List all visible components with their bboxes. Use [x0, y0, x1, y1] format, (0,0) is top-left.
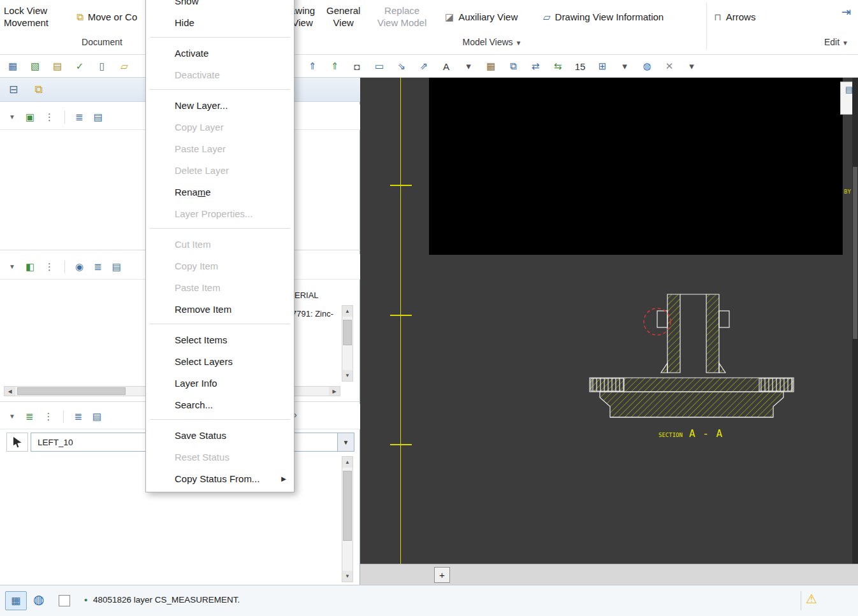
scroll-up-icon[interactable]: ▲ — [342, 306, 353, 317]
display-settings-icon[interactable]: ▦ — [5, 59, 20, 74]
menu-item-label: New Layer... — [175, 100, 228, 111]
scroll-left-icon[interactable]: ◀ — [4, 387, 15, 396]
menu-item-select-layers[interactable]: Select Layers — [146, 350, 294, 372]
in-graphics-toolbar-toggle[interactable]: ▦ — [5, 591, 27, 610]
scrollbar-thumb[interactable] — [343, 320, 352, 345]
swap-dimensions-icon[interactable]: ⇄ — [528, 59, 543, 74]
scrollbar-thumb[interactable] — [853, 167, 857, 339]
menu-item-rename[interactable]: Rename — [146, 181, 294, 203]
browser-icon[interactable]: ◍ — [639, 59, 655, 74]
kebab-menu-icon[interactable]: ⋮ — [43, 412, 53, 421]
web-browser-icon[interactable]: ◍ — [33, 593, 44, 606]
publish-icon[interactable]: ⇑ — [327, 59, 342, 74]
sheet-root-icon[interactable]: ▣ — [25, 112, 34, 122]
arrows-button[interactable]: ⊓Arrows — [714, 0, 755, 33]
table-icon[interactable]: ▦ — [483, 59, 498, 74]
button-label: View — [333, 17, 354, 29]
tree-filter-icon[interactable]: ⊟ — [9, 84, 18, 95]
component-display-icon[interactable]: ⊞ — [595, 59, 610, 74]
layers-root-icon[interactable]: ≣ — [25, 412, 34, 421]
text-style-dropdown-icon[interactable]: ▾ — [461, 59, 476, 74]
kebab-menu-icon[interactable]: ⋮ — [45, 262, 54, 271]
component-dropdown-icon[interactable]: ▾ — [617, 59, 632, 74]
toolbar-overflow-icon[interactable]: ▾ — [684, 59, 699, 74]
import-view-icon[interactable]: ⇘ — [394, 59, 409, 74]
collapse-arrow-icon[interactable]: ▼ — [9, 114, 15, 120]
menu-item-cut-item[interactable]: Cut Item — [146, 233, 294, 255]
show-annotations-icon[interactable]: ◉ — [75, 262, 84, 271]
menu-item-copy-status-from[interactable]: Copy Status From...▶ — [146, 468, 294, 489]
menu-item-layer-info[interactable]: Layer Info — [146, 372, 294, 394]
auxiliary-view-button[interactable]: ◪Auxiliary View — [445, 0, 518, 33]
model-root-icon[interactable]: ◧ — [25, 262, 34, 271]
menu-item-activate[interactable]: Activate — [146, 42, 294, 64]
general-view-button[interactable]: GeneralView — [326, 0, 360, 33]
validate-icon[interactable]: ✓ — [72, 59, 87, 74]
collapse-arrow-icon[interactable]: ▼ — [9, 264, 15, 270]
scrollbar-thumb[interactable] — [17, 387, 126, 395]
replace-view-model-button[interactable]: ReplaceView Model — [377, 0, 426, 33]
collapse-arrow-icon[interactable]: ▼ — [9, 413, 15, 420]
menu-item-save-status[interactable]: Save Status — [146, 424, 294, 446]
layer-columns-icon[interactable]: ⧉ — [34, 84, 42, 95]
export-view-icon[interactable]: ⇗ — [416, 59, 432, 74]
menu-item-copy-item[interactable]: Copy Item — [146, 255, 294, 276]
move-or-copy-button[interactable]: ⧉Move or Co — [76, 0, 137, 33]
layer-filter-dropdown-icon[interactable]: ▼ — [338, 433, 354, 452]
select-cursor-button[interactable] — [6, 433, 28, 452]
menu-item-copy-layer[interactable]: Copy Layer — [146, 116, 294, 138]
add-sheet-button[interactable]: + — [434, 567, 450, 583]
tree-columns-icon[interactable]: ▤ — [112, 262, 121, 271]
menu-item-delete-layer[interactable]: Delete Layer — [146, 159, 294, 181]
insert-arrow-icon[interactable]: ⇥ — [841, 6, 851, 18]
menu-item-search[interactable]: Search... — [146, 394, 294, 415]
tree-columns-icon[interactable]: ▤ — [92, 412, 101, 421]
ribbon-group-model-views[interactable]: Model Views▼ — [428, 37, 556, 47]
new-file-icon[interactable]: ▯ — [94, 59, 110, 74]
expand-list-icon[interactable]: ≣ — [75, 112, 84, 122]
datum-display-icon[interactable]: ▧ — [27, 59, 43, 74]
menu-item-new-layer[interactable]: New Layer... — [146, 94, 294, 116]
scroll-down-icon[interactable]: ▼ — [342, 571, 353, 582]
model-tree-vertical-scrollbar[interactable]: ▲ ▼ — [342, 305, 353, 382]
menu-item-select-items[interactable]: Select Items — [146, 329, 294, 350]
scroll-up-icon[interactable]: ▲ — [342, 457, 353, 468]
button-label: Arrows — [726, 11, 756, 23]
drawing-canvas[interactable]: THROUGH FILLET. BY — [360, 78, 858, 564]
align-dimensions-icon[interactable]: ⇆ — [550, 59, 565, 74]
new-window-icon[interactable]: ▭ — [372, 59, 387, 74]
model-display-swatch[interactable] — [59, 595, 70, 606]
scrollbar-thumb[interactable] — [343, 471, 352, 541]
copy-table-icon[interactable]: ⧉ — [505, 59, 521, 74]
drawing-view-information-button[interactable]: ▱Drawing View Information — [543, 0, 664, 33]
lock-view-movement-button[interactable]: Lock ViewMovement — [4, 0, 48, 33]
drawing-vertical-scrollbar[interactable] — [852, 78, 858, 564]
erase-icon[interactable]: ✕ — [662, 59, 677, 74]
menu-item-paste-layer[interactable]: Paste Layer — [146, 138, 294, 159]
warning-icon[interactable]: ⚠ — [806, 592, 817, 605]
layer-tree-vertical-scrollbar[interactable]: ▲ ▼ — [342, 456, 353, 582]
menu-item-hide[interactable]: Hide — [146, 11, 294, 33]
ribbon-group-edit[interactable]: Edit▼ — [817, 37, 855, 47]
scroll-right-icon[interactable]: ▶ — [329, 387, 340, 396]
menu-item-reset-status[interactable]: Reset Status — [146, 446, 294, 468]
text-style-icon[interactable]: A — [439, 59, 454, 74]
scroll-down-icon[interactable]: ▼ — [342, 370, 353, 381]
zone-tick — [390, 315, 412, 316]
menu-item-show[interactable]: Show — [146, 0, 294, 11]
menu-item-paste-item[interactable]: Paste Item — [146, 276, 294, 298]
button-label: Lock View — [4, 4, 48, 17]
menu-item-layer-properties[interactable]: Layer Properties... — [146, 203, 294, 224]
expand-list-icon[interactable]: ≣ — [94, 262, 102, 271]
sheet-setup-icon[interactable]: ▤ — [50, 59, 65, 74]
lock-icon[interactable]: ◘ — [349, 59, 365, 74]
update-sheets-icon[interactable]: ⇑ — [305, 59, 320, 74]
expand-list-icon[interactable]: ≣ — [74, 412, 82, 421]
tree-columns-icon[interactable]: ▤ — [94, 112, 103, 122]
menu-item-remove-item[interactable]: Remove Item — [146, 298, 294, 320]
kebab-menu-icon[interactable]: ⋮ — [45, 112, 54, 122]
menu-item-deactivate[interactable]: Deactivate — [146, 64, 294, 85]
model-tree-column-fragment: ERIAL — [294, 290, 319, 300]
open-file-icon[interactable]: ▱ — [117, 59, 132, 74]
dimension-value-icon[interactable]: 15 — [572, 59, 588, 74]
